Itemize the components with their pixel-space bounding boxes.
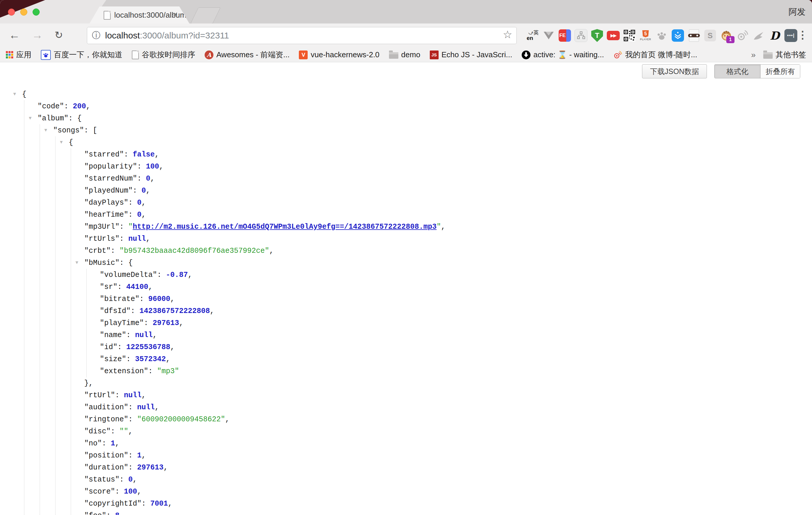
close-window-button[interactable]	[8, 8, 15, 16]
json-token-p: :	[137, 174, 146, 183]
other-bookmarks[interactable]: 其他书签	[763, 50, 806, 60]
json-token-k: "hearTime"	[84, 210, 128, 219]
json-token-n: 100	[124, 487, 137, 496]
mask-glyph	[688, 34, 700, 37]
json-line: "name": null,	[0, 329, 812, 341]
bookmark-awesomes[interactable]: A Awesomes - 前端资...	[205, 50, 289, 60]
page-icon	[132, 51, 139, 59]
bookmark-google-sorted[interactable]: 谷歌按时间排序	[132, 50, 195, 60]
json-token-p: :	[133, 187, 142, 195]
bookmark-weibo-home[interactable]: 我的首页 微博-随时...	[613, 50, 697, 60]
collapse-toggle-icon[interactable]: ▼	[29, 112, 32, 124]
json-token-k: "starred"	[84, 150, 124, 159]
forward-button[interactable]: →	[32, 24, 43, 48]
collapse-toggle-icon[interactable]: ▼	[60, 137, 63, 149]
json-line: ▼"album": {	[0, 112, 812, 124]
json-token-p: :	[128, 403, 137, 412]
json-token-p: :	[128, 210, 137, 219]
page-info-icon[interactable]: ⓘ	[92, 30, 100, 41]
tampermonkey-extension-icon[interactable]: 1	[720, 29, 733, 42]
qr-code-extension-icon[interactable]	[623, 29, 636, 42]
json-token-k: "ringtone"	[84, 415, 128, 424]
fastforward-extension-icon[interactable]: ▶▶	[607, 29, 620, 42]
tab-close-icon[interactable]: ×	[173, 10, 178, 19]
json-line: ▼{	[0, 88, 812, 101]
collapse-toggle-icon[interactable]: ▼	[13, 88, 16, 101]
bookmark-vue-hackernews[interactable]: V vue-hackernews-2.0	[299, 50, 379, 59]
bookmark-star-icon[interactable]: ☆	[503, 28, 512, 41]
json-token-p: :	[106, 512, 115, 515]
shield-t-glyph: T	[591, 29, 603, 42]
json-token-k: "album"	[37, 114, 68, 123]
json-line: "playTime": 297613,	[0, 317, 812, 329]
html5-player-extension-icon[interactable]: 5 PLAYER	[639, 29, 652, 42]
bookmark-baidu[interactable]: 百度一下，你就知道	[41, 50, 122, 60]
json-token-p: ,	[86, 102, 90, 111]
translate-cn-glyph: 英	[533, 29, 539, 36]
password-dots-glyph: •••|	[784, 29, 797, 42]
json-token-p: ,	[115, 439, 119, 448]
apps-shortcut[interactable]: 应用	[6, 50, 31, 60]
json-token-n: 0	[137, 199, 142, 207]
json-token-p: ,	[164, 463, 168, 472]
bookmarks-overflow-icon[interactable]: »	[751, 50, 756, 60]
reload-button[interactable]: ↻	[55, 24, 63, 48]
mp3-url-link[interactable]: http://m2.music.126.net/mO4G5dQ7WPm3Le0l…	[133, 223, 437, 231]
vue-devtools-icon[interactable]	[542, 29, 555, 42]
translate-extension-icon[interactable]: 英 ⤻ en	[526, 29, 539, 42]
json-token-q: "	[128, 223, 133, 231]
anonymous-doc	[689, 29, 699, 42]
json-token-p: ,	[142, 451, 146, 460]
pocket-download-extension-icon[interactable]	[671, 29, 684, 42]
json-token-k: "playedNum"	[84, 187, 133, 195]
json-token-p: :	[68, 114, 77, 123]
json-line: "status": 0,	[0, 474, 812, 486]
d-script-extension-icon[interactable]: D	[768, 29, 781, 42]
tab-favicon-page-icon	[104, 11, 111, 20]
shield-extension-icon[interactable]: T	[591, 29, 604, 42]
json-token-p: },	[84, 379, 93, 388]
bookmark-active-waiting[interactable]: active: ⌛ - waiting...	[522, 50, 604, 59]
fe-box: FE	[559, 29, 571, 42]
baidu-paw-icon	[41, 50, 51, 60]
json-line: "no": 1,	[0, 437, 812, 450]
hummingbird-extension-icon[interactable]	[752, 29, 765, 42]
profile-name: 阿发	[788, 0, 806, 24]
json-token-p: :	[142, 499, 150, 508]
json-token-k: "fee"	[84, 512, 106, 515]
json-token-n: 1	[111, 439, 115, 448]
active-tab[interactable]: localhost:3000/album?id=323 ×	[90, 6, 190, 24]
new-tab-button[interactable]	[190, 7, 221, 24]
json-token-p: :	[130, 307, 140, 315]
bookmark-label: vue-hackernews-2.0	[311, 50, 379, 59]
json-token-k: "mp3Url"	[84, 223, 119, 231]
json-token-p: ,	[137, 487, 142, 496]
weibo-gray-extension-icon[interactable]	[736, 29, 749, 42]
json-token-p: ,	[170, 295, 175, 303]
browser-menu-icon[interactable]: ⋮	[797, 24, 808, 48]
vue-chevron	[544, 32, 554, 39]
json-token-p: ,	[155, 403, 159, 412]
minimize-window-button[interactable]	[20, 8, 27, 16]
zoom-window-button[interactable]	[33, 8, 40, 16]
json-token-p: :	[119, 259, 128, 267]
json-token-p: ,	[133, 475, 137, 484]
bookmark-demo-folder[interactable]: demo	[389, 50, 420, 59]
json-line: "playedNum": 0,	[0, 185, 812, 197]
s-extension-icon[interactable]: S	[704, 29, 717, 42]
paw-extension-icon[interactable]	[655, 29, 668, 42]
bookmark-echojs[interactable]: JS Echo JS - JavaScri...	[430, 50, 512, 59]
tree-guide-line	[71, 149, 71, 515]
sitemap-extension-icon[interactable]	[575, 29, 587, 42]
collapse-toggle-icon[interactable]: ▼	[44, 124, 47, 137]
password-manager-extension-icon[interactable]: •••|	[784, 29, 797, 42]
fe-extension-icon[interactable]: FE	[558, 29, 571, 42]
back-button[interactable]: ←	[9, 24, 20, 48]
json-token-s: "mp3"	[157, 367, 179, 375]
apps-label: 应用	[16, 50, 31, 60]
anonymous-mask-extension-icon[interactable]	[688, 29, 700, 42]
collapse-toggle-icon[interactable]: ▼	[76, 257, 78, 269]
address-bar[interactable]: ⓘ localhost:3000/album?id=32311 ☆	[87, 27, 517, 44]
json-token-n: 0	[146, 174, 150, 183]
json-token-p: :	[84, 126, 93, 135]
